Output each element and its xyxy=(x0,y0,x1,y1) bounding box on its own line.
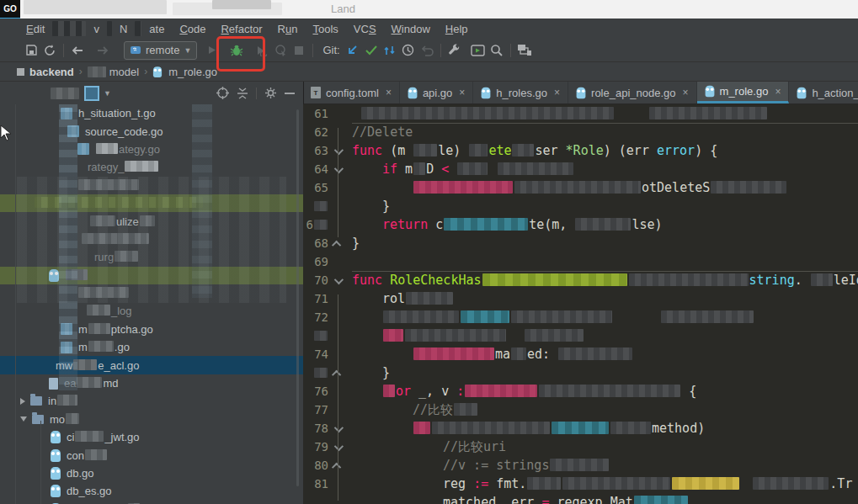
tree-item[interactable]: db_mongo.g xyxy=(0,501,303,504)
tree-item[interactable]: ci_jwt.go xyxy=(0,428,303,446)
code-line[interactable]: 76or _, v : { xyxy=(303,382,858,401)
code-line[interactable]: 69 xyxy=(303,252,858,271)
tree-item[interactable]: con xyxy=(0,446,303,464)
fold-marker-icon[interactable] xyxy=(334,442,344,451)
fold-marker-icon[interactable] xyxy=(332,370,341,379)
sync-icon[interactable] xyxy=(40,42,59,59)
menu-item-window[interactable]: Window xyxy=(384,23,438,35)
menu-item-refactor[interactable]: Refactor xyxy=(213,23,269,35)
hide-panel-icon[interactable] xyxy=(285,92,295,95)
breadcrumb-backend[interactable]: backend xyxy=(29,66,74,78)
git-update-icon[interactable] xyxy=(344,42,362,59)
menu-item-help[interactable]: Help xyxy=(438,23,476,35)
code-line[interactable]: 71rol xyxy=(303,289,858,308)
expand-arrow-icon[interactable] xyxy=(20,398,25,405)
fold-marker-icon[interactable] xyxy=(332,463,341,472)
tree-item[interactable]: _log xyxy=(0,302,303,320)
menu-item-run[interactable]: Run xyxy=(270,23,306,35)
code-editor[interactable]: 6162//Delete63func (m le) eteser *Role) … xyxy=(303,104,858,504)
git-push-icon[interactable] xyxy=(381,42,399,59)
code-line[interactable] xyxy=(303,326,858,345)
code-line[interactable]: 62//Delete xyxy=(303,123,858,141)
tree-item[interactable] xyxy=(0,267,303,284)
editor-tab-api.go[interactable]: api.go× xyxy=(400,82,473,103)
settings-wrench-icon[interactable] xyxy=(445,42,464,59)
menu-item-v[interactable]: v xyxy=(86,23,107,35)
tree-item[interactable]: mo xyxy=(0,411,303,428)
rollback-icon[interactable] xyxy=(418,42,436,59)
history-icon[interactable] xyxy=(399,42,418,59)
menu-item-edit[interactable]: Edit xyxy=(19,23,52,35)
code-line[interactable]: 64if mD < xyxy=(303,160,858,178)
collapse-all-icon[interactable] xyxy=(237,88,248,99)
close-icon[interactable]: × xyxy=(683,87,689,98)
git-commit-icon[interactable] xyxy=(362,42,381,59)
fold-marker-icon[interactable] xyxy=(334,164,344,173)
tree-item[interactable] xyxy=(0,231,303,248)
code-line[interactable]: 61 xyxy=(303,104,858,123)
tree-item[interactable]: eamd xyxy=(0,374,303,392)
menu-item-ate[interactable]: ate xyxy=(141,23,172,35)
tree-item[interactable]: h_situation_t.go xyxy=(0,104,303,122)
fold-marker-icon[interactable] xyxy=(334,146,344,155)
editor-tab-m_role.go[interactable]: m_role.go× xyxy=(697,82,790,103)
tree-item[interactable]: m.go xyxy=(0,338,303,356)
save-icon[interactable] xyxy=(22,42,40,59)
gear-icon[interactable] xyxy=(264,87,277,99)
search-everywhere-icon[interactable] xyxy=(488,42,506,59)
chevron-down-icon[interactable]: ▼ xyxy=(104,89,111,98)
tree-item[interactable]: in xyxy=(0,392,303,410)
run-configuration-select[interactable]: remote ▼ xyxy=(124,41,197,60)
close-icon[interactable]: × xyxy=(775,86,781,98)
stop-icon[interactable] xyxy=(290,42,308,59)
close-icon[interactable]: × xyxy=(459,87,465,98)
code-line[interactable]: 80//v := strings xyxy=(303,456,858,475)
profiler-icon[interactable] xyxy=(271,42,290,59)
code-line[interactable]: 70func RoleCheckHasstring. leId xyxy=(303,271,858,289)
code-line[interactable]: } xyxy=(303,363,858,382)
tree-item[interactable] xyxy=(0,177,303,194)
close-icon[interactable]: × xyxy=(386,87,392,98)
fold-gutter[interactable] xyxy=(328,271,347,289)
editor-tab-h_roles.go[interactable]: h_roles.go× xyxy=(473,82,568,103)
breadcrumb-model[interactable]: model xyxy=(109,66,139,78)
menu-item-code[interactable]: Code xyxy=(172,23,213,35)
fold-marker-icon[interactable] xyxy=(334,423,344,432)
tree-item[interactable]: ulize xyxy=(0,212,303,230)
menu-item-n[interactable]: N xyxy=(112,23,135,35)
tree-item[interactable]: db.go xyxy=(0,464,303,482)
tree-item[interactable] xyxy=(0,194,303,212)
tree-item[interactable]: source_code.go xyxy=(0,122,303,140)
tree-item[interactable]: mwe_acl.go xyxy=(0,356,303,374)
code-line[interactable]: 79//比较uri xyxy=(303,438,858,456)
menu-item-tools[interactable]: Tools xyxy=(305,23,345,35)
code-line[interactable]: 68} xyxy=(303,234,858,252)
run-anything-icon[interactable] xyxy=(469,42,488,59)
tree-item[interactable] xyxy=(0,284,303,302)
code-line[interactable]: 65otDeleteS xyxy=(303,178,858,197)
code-line[interactable]: 81reg := fmt..Tr xyxy=(303,475,858,493)
code-line[interactable]: 72 xyxy=(303,308,858,326)
tree-item[interactable]: rategy_ xyxy=(0,158,303,176)
fold-marker-icon[interactable] xyxy=(334,275,344,284)
code-line[interactable]: 78method) xyxy=(303,419,858,438)
tree-item[interactable]: ategy.go xyxy=(0,141,303,158)
back-icon[interactable] xyxy=(68,42,87,59)
project-view-icon[interactable] xyxy=(84,86,99,101)
editor-tab-role_api_node.go[interactable]: role_api_node.go× xyxy=(568,82,697,103)
code-line[interactable]: 63func (m le) eteser *Role) (err error) … xyxy=(303,141,858,160)
editor-tab-config.toml[interactable]: Tconfig.toml× xyxy=(303,82,400,103)
code-line[interactable]: } xyxy=(303,197,858,215)
code-line[interactable]: 74maed: xyxy=(303,345,858,363)
tree-item[interactable]: db_es.go xyxy=(0,482,303,500)
code-line[interactable]: matched, err = regexp.Mat xyxy=(303,493,858,504)
breadcrumb-file[interactable]: m_role.go xyxy=(168,66,217,78)
close-icon[interactable]: × xyxy=(554,87,560,98)
fold-marker-icon[interactable] xyxy=(332,241,341,250)
editor-tab-h_action_lo[interactable]: h_action_lo xyxy=(789,82,858,103)
tree-item[interactable]: mptcha.go xyxy=(0,321,303,338)
collapse-arrow-icon[interactable] xyxy=(20,416,27,422)
locate-file-icon[interactable] xyxy=(216,87,229,99)
forward-icon[interactable] xyxy=(93,42,112,59)
code-line[interactable]: 6return cte(m, lse) xyxy=(303,215,858,234)
